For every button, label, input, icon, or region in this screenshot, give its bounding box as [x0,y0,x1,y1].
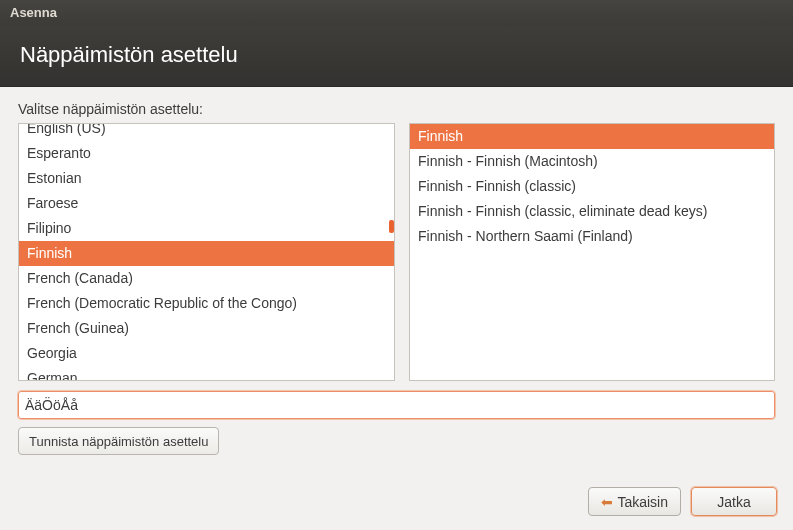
back-button[interactable]: ⬅ Takaisin [588,487,681,516]
page-header: Näppäimistön asettelu [0,26,793,87]
content-area: Valitse näppäimistön asettelu: English (… [0,87,793,465]
window-titlebar: Asenna [0,0,793,26]
variant-listbox[interactable]: FinnishFinnish - Finnish (Macintosh)Finn… [409,123,775,381]
keyboard-test-input[interactable] [18,391,775,419]
prompt-label: Valitse näppäimistön asettelu: [18,101,775,117]
list-item[interactable]: French (Guinea) [19,316,394,341]
arrow-left-icon: ⬅ [601,495,613,509]
layout-listbox[interactable]: English (US)EsperantoEstonianFaroeseFili… [18,123,395,381]
layout-lists: English (US)EsperantoEstonianFaroeseFili… [18,123,775,381]
list-item[interactable]: Finnish - Finnish (classic) [410,174,774,199]
footer-buttons: ⬅ Takaisin Jatka [588,487,777,516]
list-item[interactable]: Finnish [19,241,394,266]
list-item[interactable]: Filipino [19,216,394,241]
list-item[interactable]: Faroese [19,191,394,216]
list-item[interactable]: English (US) [19,123,394,141]
list-item[interactable]: Esperanto [19,141,394,166]
continue-button-label: Jatka [717,494,750,510]
page-title: Näppäimistön asettelu [20,42,238,67]
list-item[interactable]: German [19,366,394,381]
list-item[interactable]: French (Democratic Republic of the Congo… [19,291,394,316]
list-item[interactable]: Finnish - Finnish (Macintosh) [410,149,774,174]
list-item[interactable]: Estonian [19,166,394,191]
continue-button[interactable]: Jatka [691,487,777,516]
back-button-label: Takaisin [617,494,668,510]
window-title: Asenna [10,5,57,20]
scrollbar-thumb[interactable] [389,220,394,233]
list-item[interactable]: Finnish - Northern Saami (Finland) [410,224,774,249]
detect-layout-button[interactable]: Tunnista näppäimistön asettelu [18,427,219,455]
list-item[interactable]: Finnish - Finnish (classic, eliminate de… [410,199,774,224]
list-item[interactable]: Finnish [410,124,774,149]
list-item[interactable]: Georgia [19,341,394,366]
list-item[interactable]: French (Canada) [19,266,394,291]
